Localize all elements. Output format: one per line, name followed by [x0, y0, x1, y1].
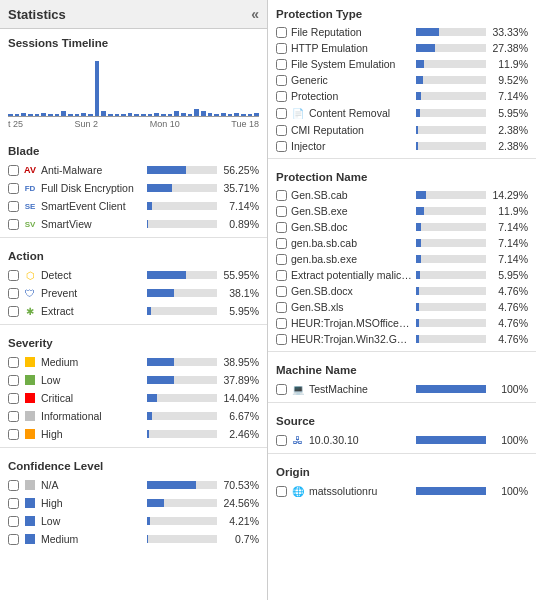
row-checkbox[interactable]	[8, 183, 19, 194]
row-label: HTTP Emulation	[291, 42, 412, 54]
bar-fill	[147, 307, 151, 315]
row-checkbox[interactable]	[8, 375, 19, 386]
row-checkbox[interactable]	[276, 286, 287, 297]
row-checkbox[interactable]	[8, 219, 19, 230]
row-label: Gen.SB.doc	[291, 221, 412, 233]
row-pct: 4.76%	[490, 285, 528, 297]
row-checkbox[interactable]	[276, 254, 287, 265]
timeline-chart-container: t 25 Sun 2 Mon 10 Tue 18	[0, 53, 267, 133]
row-label: Low	[41, 515, 143, 527]
bar-container	[147, 184, 217, 192]
row-checkbox[interactable]	[8, 393, 19, 404]
row-label: HEUR:Trojan.MSOffice.S...	[291, 317, 412, 329]
row-checkbox[interactable]	[276, 75, 287, 86]
bar-container	[416, 76, 486, 84]
protection-type-title: Protection Type	[268, 0, 536, 24]
row-checkbox[interactable]	[8, 534, 19, 545]
bar-fill	[416, 436, 486, 444]
row-checkbox[interactable]	[276, 108, 287, 119]
timeline-bar	[148, 114, 153, 116]
timeline-bar	[108, 114, 113, 116]
row-checkbox[interactable]	[276, 43, 287, 54]
protection-name-rows: Gen.SB.cab14.29%Gen.SB.exe11.9%Gen.SB.do…	[268, 187, 536, 347]
row-checkbox[interactable]	[276, 206, 287, 217]
row-checkbox[interactable]	[276, 302, 287, 313]
row-checkbox[interactable]	[276, 190, 287, 201]
row-label: High	[41, 497, 143, 509]
row-checkbox[interactable]	[276, 435, 287, 446]
bar-fill	[147, 289, 174, 297]
timeline-bar	[241, 114, 246, 116]
list-item: 📄Content Removal5.95%	[268, 104, 536, 122]
row-checkbox[interactable]	[8, 201, 19, 212]
row-checkbox[interactable]	[276, 27, 287, 38]
blade-rows: AVAnti-Malware56.25%FDFull Disk Encrypti…	[0, 161, 267, 233]
row-icon: SE	[23, 199, 37, 213]
bar-fill	[147, 412, 152, 420]
row-checkbox[interactable]	[8, 429, 19, 440]
timeline-bar	[214, 114, 219, 116]
bar-container	[416, 44, 486, 52]
row-icon	[23, 532, 37, 546]
timeline-bar	[248, 114, 253, 116]
bar-fill	[416, 385, 486, 393]
row-checkbox[interactable]	[276, 238, 287, 249]
row-checkbox[interactable]	[276, 125, 287, 136]
timeline-bar	[254, 113, 259, 116]
timeline-bar	[115, 114, 120, 116]
row-checkbox[interactable]	[276, 486, 287, 497]
bar-fill	[416, 76, 423, 84]
bar-container	[416, 207, 486, 215]
bar-container	[147, 289, 217, 297]
row-checkbox[interactable]	[8, 498, 19, 509]
row-pct: 5.95%	[221, 305, 259, 317]
list-item: Gen.SB.docx4.76%	[268, 283, 536, 299]
bar-fill	[147, 358, 174, 366]
timeline-label-3: Mon 10	[150, 119, 180, 129]
row-checkbox[interactable]	[276, 318, 287, 329]
row-checkbox[interactable]	[276, 141, 287, 152]
row-checkbox[interactable]	[276, 384, 287, 395]
row-checkbox[interactable]	[276, 334, 287, 345]
collapse-icon[interactable]: «	[251, 6, 259, 22]
row-checkbox[interactable]	[276, 59, 287, 70]
row-pct: 4.76%	[490, 317, 528, 329]
row-pct: 9.52%	[490, 74, 528, 86]
row-checkbox[interactable]	[8, 357, 19, 368]
row-checkbox[interactable]	[8, 165, 19, 176]
bar-container	[416, 335, 486, 343]
row-pct: 11.9%	[490, 58, 528, 70]
confidence-rows: N/A70.53%High24.56%Low4.21%Medium0.7%	[0, 476, 267, 548]
row-icon	[23, 514, 37, 528]
timeline-bar	[88, 114, 93, 116]
row-icon	[23, 355, 37, 369]
row-checkbox[interactable]	[276, 270, 287, 281]
protection-type-rows: File Reputation33.33%HTTP Emulation27.38…	[268, 24, 536, 154]
bar-fill	[147, 202, 152, 210]
list-item: Extract potentially malici...5.95%	[268, 267, 536, 283]
row-checkbox[interactable]	[8, 411, 19, 422]
row-checkbox[interactable]	[8, 480, 19, 491]
row-checkbox[interactable]	[8, 306, 19, 317]
row-pct: 7.14%	[490, 237, 528, 249]
bar-container	[416, 223, 486, 231]
row-checkbox[interactable]	[276, 91, 287, 102]
timeline-bar	[154, 113, 159, 116]
row-checkbox[interactable]	[8, 288, 19, 299]
row-checkbox[interactable]	[8, 270, 19, 281]
list-item: Gen.SB.doc7.14%	[268, 219, 536, 235]
protection-type-section: Protection Type File Reputation33.33%HTT…	[268, 0, 536, 154]
row-checkbox[interactable]	[8, 516, 19, 527]
source-rows: 🖧10.0.30.10100%	[268, 431, 536, 449]
row-pct: 56.25%	[221, 164, 259, 176]
bar-fill	[416, 487, 486, 495]
bar-container	[416, 28, 486, 36]
list-item: 🖧10.0.30.10100%	[268, 431, 536, 449]
right-panel: Protection Type File Reputation33.33%HTT…	[268, 0, 536, 600]
timeline-labels: t 25 Sun 2 Mon 10 Tue 18	[8, 117, 259, 131]
bar-container	[147, 535, 217, 543]
action-title: Action	[0, 242, 267, 266]
row-checkbox[interactable]	[276, 222, 287, 233]
list-item: Medium0.7%	[0, 530, 267, 548]
bar-container	[147, 358, 217, 366]
